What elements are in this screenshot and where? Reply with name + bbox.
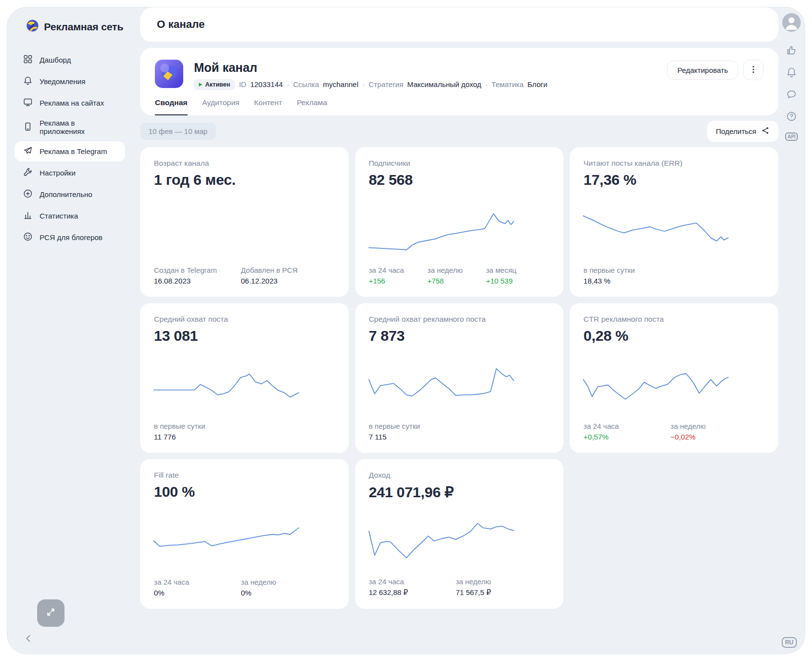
footer-value: +156 <box>369 277 427 285</box>
sidebar-item-ads-in-telegram[interactable]: Реклама в Telegram <box>15 141 125 161</box>
metric-card-fill-rate: Fill rate 100 % за 24 часа0% за неделю0% <box>140 459 349 609</box>
right-rail: API <box>778 7 805 654</box>
metric-value: 17,36 % <box>583 172 765 188</box>
app-window: Рекламная сеть Дашборд Уведомления Рекла… <box>7 7 805 654</box>
sidebar-item-label: Настройки <box>40 169 76 177</box>
channel-avatar <box>155 60 183 88</box>
metric-value: 0,28 % <box>583 328 765 344</box>
sparkline-chart <box>369 501 550 577</box>
bell-icon <box>23 76 33 87</box>
metric-title: Возраст канала <box>154 159 335 168</box>
sidebar-item-notifications[interactable]: Уведомления <box>15 71 125 91</box>
thumbs-up-icon[interactable] <box>786 44 797 56</box>
toolbar: 10 фев — 10 мар Поделиться <box>140 121 778 142</box>
main-content: О канале Мой канал <box>132 7 778 654</box>
footer-label: в первые сутки <box>369 422 456 430</box>
footer-label: за неделю <box>427 266 486 274</box>
sidebar-menu: Дашборд Уведомления Реклама на сайтах Ре… <box>7 50 132 247</box>
dots-vertical-icon <box>749 65 757 75</box>
sidebar-item-label: Дашборд <box>40 56 71 64</box>
metric-title: Средний охват рекламного поста <box>369 315 550 324</box>
tab-audience[interactable]: Аудитория <box>202 98 239 115</box>
wrench-icon <box>23 167 33 178</box>
sidebar-item-label: Уведомления <box>40 77 85 86</box>
sidebar-item-label: РСЯ для блогеров <box>40 233 103 242</box>
metric-value: 241 071,96 ₽ <box>369 484 550 501</box>
tab-ads[interactable]: Реклама <box>297 98 327 115</box>
metric-card-err: Читают посты канала (ERR) 17,36 % в перв… <box>570 147 778 297</box>
brand-name: Рекламная сеть <box>44 21 123 33</box>
metric-card-channel-age: Возраст канала 1 год 6 мес. Создан в Tel… <box>140 147 349 297</box>
meta-separator: · <box>363 80 365 88</box>
share-button[interactable]: Поделиться <box>707 121 778 142</box>
page-title: О канале <box>157 18 205 31</box>
more-actions-button[interactable] <box>743 60 764 80</box>
play-icon <box>199 83 202 87</box>
bell-icon[interactable] <box>786 66 797 78</box>
status-badge-label: Активен <box>205 81 230 88</box>
language-badge[interactable]: RU <box>782 637 797 648</box>
footer-label: в первые сутки <box>154 422 241 430</box>
footer-label: в первые сутки <box>583 266 670 274</box>
footer-value: 0% <box>241 589 328 597</box>
sidebar-item-ads-in-apps[interactable]: Реклама в приложениях <box>15 114 125 140</box>
footer-label: за месяц <box>486 266 545 274</box>
share-icon <box>761 126 769 136</box>
telegram-icon <box>23 146 33 157</box>
date-range-chip[interactable]: 10 фев — 10 мар <box>140 123 216 140</box>
footer-value: −0,02% <box>670 433 757 441</box>
tab-content[interactable]: Контент <box>254 98 282 115</box>
metric-title: CTR рекламного поста <box>583 315 765 324</box>
sidebar-item-more[interactable]: Дополнительно <box>15 184 125 204</box>
api-badge-label: API <box>785 132 798 141</box>
channel-card: Мой канал Активен ID 12033144 · Ссылка m… <box>140 48 778 115</box>
channel-theme-label: Тематика <box>491 80 523 88</box>
footer-value: 11 776 <box>154 433 241 441</box>
sidebar-item-label: Статистика <box>40 212 78 220</box>
metric-value: 82 568 <box>369 172 550 188</box>
status-badge: Активен <box>194 79 235 90</box>
metric-card-avg-ad-post-reach: Средний охват рекламного поста 7 873 в п… <box>355 303 564 453</box>
channel-strategy-value: Максимальный доход <box>407 80 481 88</box>
footer-label: Создан в Telegram <box>154 266 241 274</box>
plus-circle-icon <box>23 189 33 200</box>
channel-id-label: ID <box>239 80 246 88</box>
metric-title: Читают посты канала (ERR) <box>583 159 765 168</box>
monitor-icon <box>23 97 33 109</box>
footer-value: +10 539 <box>486 277 545 285</box>
footer-label: за неделю <box>670 422 757 430</box>
user-avatar[interactable] <box>782 13 801 32</box>
tab-summary[interactable]: Сводная <box>155 98 188 115</box>
api-icon[interactable]: API <box>785 132 798 141</box>
sparkline-chart <box>369 344 550 422</box>
footer-label: за неделю <box>456 577 543 586</box>
sidebar-item-ads-on-sites[interactable]: Реклама на сайтах <box>15 93 125 113</box>
footer-value: +758 <box>427 277 486 285</box>
metric-card-subscribers: Подписчики 82 568 за 24 часа+156 за неде… <box>355 147 564 297</box>
sidebar-item-dashboard[interactable]: Дашборд <box>15 50 125 70</box>
metric-title: Средний охват поста <box>154 315 335 324</box>
brand-logo[interactable]: Рекламная сеть <box>7 19 132 34</box>
collapse-chevron-icon[interactable] <box>23 633 34 646</box>
share-button-label: Поделиться <box>716 127 756 135</box>
metric-title: Подписчики <box>369 159 550 168</box>
channel-theme-value: Блоги <box>528 80 548 88</box>
sparkline-chart <box>369 188 550 266</box>
footer-label: за 24 часа <box>154 578 241 586</box>
footer-label: за неделю <box>241 578 328 586</box>
metric-value: 7 873 <box>369 328 550 344</box>
footer-value: 0% <box>154 589 241 597</box>
edit-button[interactable]: Редактировать <box>667 61 738 80</box>
expand-button[interactable] <box>37 599 64 627</box>
sidebar-item-settings[interactable]: Настройки <box>15 163 125 183</box>
chat-icon[interactable] <box>786 88 797 100</box>
meta-separator: · <box>485 80 488 88</box>
channel-tabs: Сводная Аудитория Контент Реклама <box>155 98 764 115</box>
channel-link-value[interactable]: mychannel <box>323 80 359 88</box>
help-icon[interactable] <box>786 110 797 122</box>
sidebar-item-statistics[interactable]: Статистика <box>15 206 125 226</box>
channel-strategy-label: Стратегия <box>369 80 404 88</box>
sidebar-item-label: Реклама в Telegram <box>40 147 107 155</box>
sidebar-item-rsya-bloggers[interactable]: РСЯ для блогеров <box>15 227 125 247</box>
footer-value: 18,43 % <box>583 277 670 285</box>
